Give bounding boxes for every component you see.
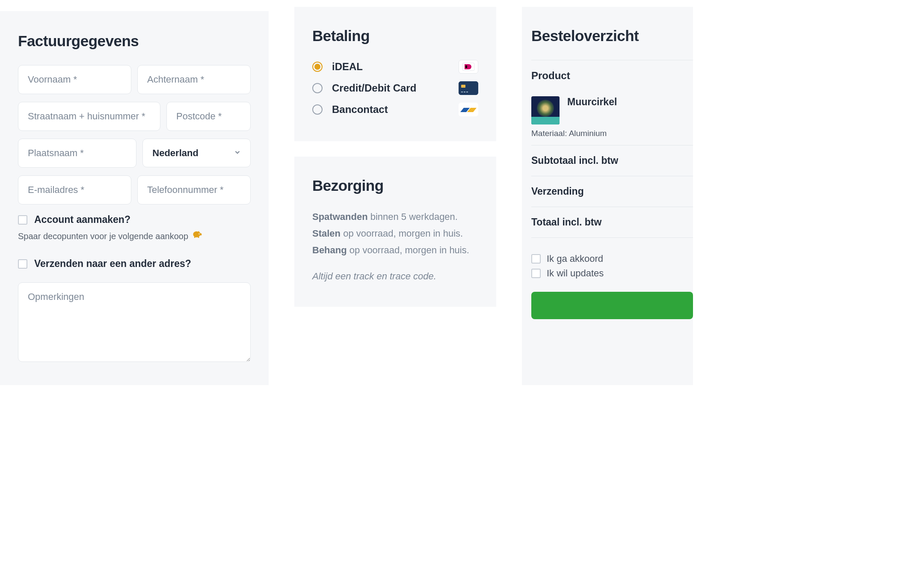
summary-shipping: Verzending bbox=[531, 176, 693, 207]
svg-rect-7 bbox=[459, 103, 478, 116]
bancontact-icon bbox=[459, 103, 478, 116]
payment-panel: Betaling iDEAL Credit/Debit Card bbox=[294, 7, 496, 141]
svg-rect-1 bbox=[465, 65, 467, 68]
city-input[interactable] bbox=[18, 139, 136, 168]
payment-label-ideal: iDEAL bbox=[332, 61, 363, 73]
ship-other-checkbox[interactable] bbox=[18, 259, 27, 269]
delivery-line-2: Stalen op voorraad, morgen in huis. bbox=[312, 226, 478, 240]
summary-total: Totaal incl. btw bbox=[531, 207, 693, 237]
delivery-title: Bezorging bbox=[312, 177, 478, 194]
svg-rect-2 bbox=[459, 81, 478, 95]
agree-label: Ik ga akkoord bbox=[547, 253, 603, 264]
billing-title: Factuurgegevens bbox=[18, 33, 251, 50]
product-name: Muurcirkel bbox=[567, 96, 617, 108]
payment-label-card: Credit/Debit Card bbox=[332, 82, 416, 94]
summary-panel: Besteloverzicht Product Muurcirkel Mater… bbox=[522, 7, 693, 385]
radio-card[interactable] bbox=[312, 83, 323, 93]
street-input[interactable] bbox=[18, 102, 160, 131]
billing-panel: Factuurgegevens Nederland bbox=[0, 11, 269, 385]
ship-other-row[interactable]: Verzenden naar een ander adres? bbox=[18, 258, 251, 270]
payment-option-card[interactable]: Credit/Debit Card bbox=[312, 81, 478, 95]
delivery-line-1: Spatwanden binnen 5 werkdagen. bbox=[312, 210, 478, 224]
create-account-subtext: Spaar decopunten voor je volgende aankoo… bbox=[18, 229, 251, 243]
summary-title: Besteloverzicht bbox=[531, 27, 693, 44]
phone-input[interactable] bbox=[137, 175, 251, 205]
delivery-line-3: Behang op voorraad, morgen in huis. bbox=[312, 243, 478, 257]
create-account-label: Account aanmaken? bbox=[34, 214, 130, 225]
svg-rect-5 bbox=[464, 92, 465, 92]
postcode-input[interactable] bbox=[166, 102, 251, 131]
svg-rect-6 bbox=[466, 92, 468, 92]
summary-product-row: Muurcirkel bbox=[531, 91, 693, 129]
delivery-note: Altijd een track en trace code. bbox=[312, 271, 478, 282]
ideal-icon bbox=[459, 60, 478, 74]
radio-bancontact[interactable] bbox=[312, 104, 323, 115]
updates-label: Ik wil updates bbox=[547, 268, 604, 279]
payment-label-bancontact: Bancontact bbox=[332, 104, 388, 116]
product-thumbnail bbox=[531, 96, 560, 124]
email-input[interactable] bbox=[18, 175, 131, 205]
svg-rect-3 bbox=[461, 85, 465, 88]
lastname-input[interactable] bbox=[137, 65, 251, 94]
summary-subtotal: Subtotaal incl. btw bbox=[531, 145, 693, 176]
firstname-input[interactable] bbox=[18, 65, 131, 94]
notes-textarea[interactable] bbox=[18, 282, 251, 362]
agree-checkbox[interactable] bbox=[531, 254, 541, 264]
delivery-panel: Bezorging Spatwanden binnen 5 werkdagen.… bbox=[294, 157, 496, 307]
ship-other-label: Verzenden naar een ander adres? bbox=[34, 258, 191, 270]
svg-rect-4 bbox=[461, 92, 463, 92]
create-account-row[interactable]: Account aanmaken? bbox=[18, 214, 251, 225]
place-order-button[interactable] bbox=[531, 292, 693, 319]
piggy-bank-icon bbox=[192, 229, 204, 243]
agree-row[interactable]: Ik ga akkoord bbox=[531, 253, 693, 264]
payment-option-ideal[interactable]: iDEAL bbox=[312, 60, 478, 74]
updates-checkbox[interactable] bbox=[531, 269, 541, 278]
updates-row[interactable]: Ik wil updates bbox=[531, 268, 693, 279]
create-account-checkbox[interactable] bbox=[18, 215, 27, 225]
radio-ideal[interactable] bbox=[312, 62, 323, 72]
payment-option-bancontact[interactable]: Bancontact bbox=[312, 103, 478, 116]
payment-title: Betaling bbox=[312, 27, 478, 44]
country-select[interactable]: Nederland bbox=[142, 139, 251, 167]
summary-product-header: Product bbox=[531, 60, 693, 91]
card-icon bbox=[459, 81, 478, 95]
product-meta: Materiaal: Aluminium bbox=[531, 129, 693, 138]
